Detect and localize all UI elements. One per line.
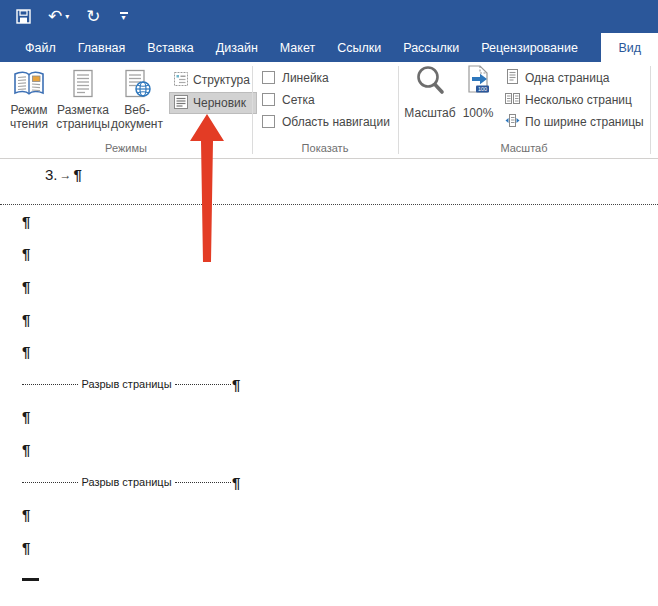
tab-insert[interactable]: Вставка (136, 33, 204, 62)
print-layout-button[interactable]: Разметкастраницы (56, 64, 110, 131)
svg-text:100: 100 (478, 86, 487, 92)
zoom-button[interactable]: Масштаб (404, 64, 456, 120)
list-number: 3. (45, 166, 58, 183)
undo-dropdown-caret-icon[interactable]: ▾ (65, 12, 69, 21)
tab-home[interactable]: Главная (67, 33, 137, 62)
zoom-options: Одна страница Несколько страниц (505, 71, 644, 129)
paragraph-mark-row: ¶ (0, 433, 658, 466)
tab-mailings[interactable]: Рассылки (392, 33, 470, 62)
paragraph-mark-row: ¶ (0, 401, 658, 434)
read-mode-button[interactable]: Режимчтения (2, 64, 56, 131)
page-break-dots (22, 384, 78, 385)
tab-review[interactable]: Рецензирование (470, 33, 589, 62)
ruler-label: Линейка (282, 71, 329, 85)
zoom-100-button[interactable]: 100 100% (456, 64, 500, 120)
pilcrow-mark: ¶ (22, 539, 30, 556)
multiple-pages-button[interactable]: Несколько страниц (505, 93, 644, 107)
title-bar: ↶ ▾ ↻ ▼ (0, 0, 658, 33)
pilcrow-mark: ¶ (22, 311, 30, 328)
ruler-checkbox-row[interactable]: Линейка (262, 71, 390, 84)
ribbon: Режимчтения Разметкастраницы (0, 62, 658, 159)
page-break-dots (175, 384, 231, 385)
pilcrow-mark: ¶ (74, 166, 82, 183)
ribbon-tab-bar: Файл Главная Вставка Дизайн Макет Ссылки… (0, 33, 658, 62)
navigation-pane-checkbox[interactable] (262, 115, 275, 128)
pilcrow-mark: ¶ (22, 408, 30, 425)
end-of-text-bar (22, 578, 39, 581)
page-break-dots (22, 482, 78, 483)
paragraph-mark-row: ¶ (0, 205, 658, 238)
end-of-document-mark (0, 564, 658, 597)
paragraph-mark-row: ¶ (0, 303, 658, 336)
web-layout-icon (120, 68, 154, 100)
tab-file[interactable]: Файл (14, 33, 67, 62)
gridlines-label: Сетка (282, 93, 315, 107)
web-layout-label: Веб-документ (111, 103, 163, 131)
red-arrow-annotation (188, 114, 226, 264)
page-width-button[interactable]: По ширине страницы (505, 115, 644, 129)
one-page-button[interactable]: Одна страница (505, 71, 644, 85)
pilcrow-mark: ¶ (22, 278, 30, 295)
document-lines: ¶¶¶¶¶Разрыв страницы¶¶¶Разрыв страницы¶¶… (0, 205, 658, 596)
multiple-pages-label: Несколько страниц (525, 93, 632, 107)
read-mode-icon (12, 68, 46, 100)
page-break-row: Разрыв страницы¶ (0, 368, 658, 401)
tab-character-mark: → (60, 166, 72, 182)
pilcrow-mark: ¶ (232, 474, 240, 491)
page-break-dots (175, 482, 231, 483)
page-width-icon (505, 113, 520, 131)
page-width-label: По ширине страницы (525, 115, 644, 129)
page-break-line: Разрыв страницы (22, 476, 231, 488)
read-mode-label: Режимчтения (10, 103, 48, 131)
undo-icon: ↶ (48, 8, 62, 25)
outline-view-button[interactable]: Структура (169, 69, 257, 91)
zoom-100-label: 100% (463, 106, 494, 120)
paragraph-mark-row: ¶ (0, 270, 658, 303)
save-icon[interactable] (16, 9, 31, 24)
gridlines-checkbox-row[interactable]: Сетка (262, 93, 390, 106)
draft-view-button[interactable]: Черновик (169, 92, 257, 114)
tab-design[interactable]: Дизайн (205, 33, 269, 62)
tab-layout[interactable]: Макет (269, 33, 326, 62)
page-break-row: Разрыв страницы¶ (0, 466, 658, 499)
page-break-label: Разрыв страницы (78, 476, 174, 488)
pilcrow-mark: ¶ (232, 376, 240, 393)
tab-references[interactable]: Ссылки (326, 33, 392, 62)
outline-view-icon (174, 72, 188, 89)
view-modes-buttons: Режимчтения Разметкастраницы (2, 64, 164, 131)
chevron-down-icon: ▼ (120, 15, 127, 21)
customize-quick-access-button[interactable]: ▼ (120, 12, 128, 21)
magnifier-icon (414, 64, 446, 102)
zoom-button-label: Масштаб (404, 106, 455, 120)
print-layout-icon (66, 68, 100, 100)
document-area[interactable]: 3. → ¶ ¶¶¶¶¶Разрыв страницы¶¶¶Разрыв стр… (0, 160, 658, 606)
undo-button[interactable]: ↶ ▾ (48, 8, 69, 25)
group-separator (650, 66, 651, 154)
pilcrow-mark: ¶ (22, 441, 30, 458)
one-page-icon (505, 69, 520, 87)
navigation-pane-label: Область навигации (282, 115, 390, 129)
multiple-pages-icon (505, 91, 520, 109)
web-layout-button[interactable]: Веб-документ (110, 64, 164, 131)
page-break-line: Разрыв страницы (22, 378, 231, 390)
paragraph-mark-row: ¶ (0, 335, 658, 368)
pilcrow-mark: ¶ (22, 506, 30, 523)
page-break-label: Разрыв страницы (78, 378, 174, 390)
draft-view-icon (174, 95, 188, 112)
show-group-label: Показать (252, 140, 398, 156)
ruler-checkbox[interactable] (262, 71, 275, 84)
zoom-100-icon: 100 (463, 64, 493, 102)
pilcrow-mark: ¶ (22, 213, 30, 230)
tab-view[interactable]: Вид (601, 33, 658, 62)
pilcrow-mark: ¶ (22, 343, 30, 360)
view-modes-small-buttons: Структура Черновик (169, 69, 257, 114)
paragraph-mark-row: ¶ (0, 531, 658, 564)
redo-icon: ↻ (86, 8, 100, 25)
gridlines-checkbox[interactable] (262, 93, 275, 106)
navigation-pane-checkbox-row[interactable]: Область навигации (262, 115, 390, 128)
draft-view-label: Черновик (193, 96, 246, 110)
show-group-checkboxes: Линейка Сетка Область навигации (262, 71, 390, 128)
redo-button[interactable]: ↻ (86, 8, 100, 25)
paragraph-mark-row: ¶ (0, 498, 658, 531)
one-page-label: Одна страница (525, 71, 609, 85)
